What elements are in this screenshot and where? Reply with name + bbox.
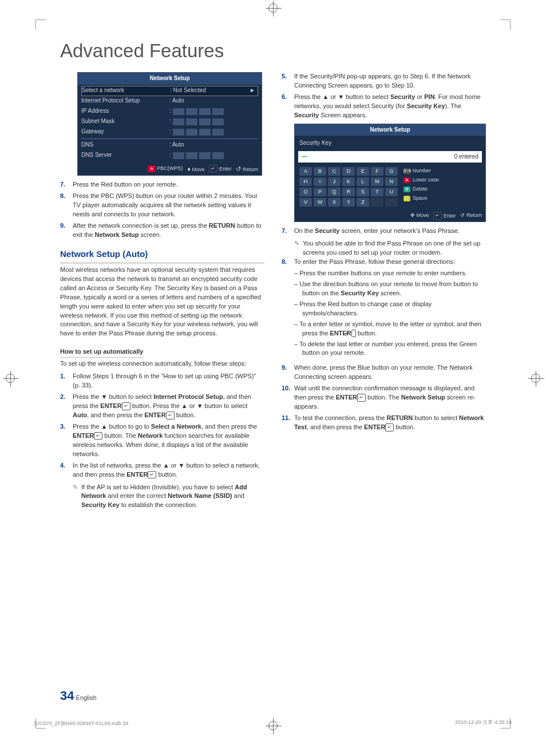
key-m[interactable]: M [371,177,383,186]
direction-item: Press the Red button to change case or d… [294,300,486,318]
ip-address-row[interactable]: IP Address : [81,106,258,117]
onscreen-keyboard: ABCDEFGHIJKLMNOPQRSTUVWXYZ [299,167,398,207]
direction-item: Press the number buttons on your remote … [294,269,486,278]
how-to-setup-auto-subhead: How to set up automatically [60,347,143,358]
dns-server-row[interactable]: DNS Server : [81,151,258,161]
key-z[interactable]: Z [357,198,369,207]
direction-item: To delete the last letter or number you … [294,340,486,358]
enter-icon: ↵ [94,432,102,440]
right-step-list-2: 7.On the Security screen, enter your net… [282,227,486,236]
direction-item: Use the direction buttons on your remote… [294,280,486,298]
key-o[interactable]: O [299,188,312,196]
key-i[interactable]: I [314,177,326,186]
select-network-row[interactable]: Select a network : Not Selected ► [81,86,258,96]
right-arrow-icon: ► [250,86,255,95]
key-k[interactable]: K [342,177,355,186]
opt-lowercase[interactable]: ALower case [403,176,439,184]
footer-timestamp: 2010-12-20 오후 4:35:19 [455,719,512,726]
direction-item: To a enter letter or symbol, move to the… [294,320,486,338]
key-j[interactable]: J [328,177,341,186]
entered-count: 0 entered [454,153,478,161]
key-n[interactable]: N [385,177,398,186]
enter-icon: ↵ [433,212,442,220]
key-e[interactable]: E [357,167,369,176]
key-b[interactable]: B [314,167,326,176]
registration-mark-icon [268,721,278,730]
key-q[interactable]: Q [328,188,341,196]
key-p[interactable]: P [314,188,326,196]
key-y[interactable]: Y [342,198,355,207]
yellow-chip-icon: C [403,196,410,201]
num-chip-icon: 0~9 [403,168,410,174]
enter-icon: ↵ [209,165,217,173]
key-t[interactable]: T [371,188,383,196]
enter-icon: ↵ [357,394,366,402]
network-setup-panel-2: Network Setup Security Key — 0 entered A… [294,124,486,223]
red-chip-icon: A [403,177,410,183]
enter-icon: ↵ [122,402,130,410]
security-key-entry[interactable]: — 0 entered [298,151,482,163]
network-setup-auto-heading: Network Setup (Auto) [60,248,264,263]
panel-footer: ✥ Move ↵ Enter ↺ Return [295,210,485,221]
enter-icon: ↵ [148,471,156,479]
key-r[interactable]: R [342,188,355,196]
key-d[interactable]: D [342,167,355,176]
auto-intro-paragraph: Most wireless networks have an optional … [60,266,264,339]
move-icon: ♦ [187,165,191,172]
panel-title: Network Setup [78,73,262,85]
right-step-list-3: 8. To enter the Pass Phrase, follow thes… [282,258,486,432]
red-a-chip: A [148,165,155,172]
gateway-row[interactable]: Gateway : [81,127,258,137]
enter-icon: ↵ [166,411,175,419]
ip-field[interactable] [173,108,184,115]
green-chip-icon: B [403,187,410,192]
opt-delete[interactable]: BDelete [403,185,439,193]
key-v[interactable]: V [299,198,312,207]
ip-setup-row[interactable]: Internet Protocol Setup : Auto [81,96,258,106]
key-s[interactable]: S [357,188,369,196]
key-w[interactable]: W [314,198,326,207]
auto-step-list: 1.Follow Steps 1 through 6 in the "How t… [60,372,264,479]
enter-icon: ↵ [385,423,394,432]
key-u[interactable]: U [385,188,398,196]
move-icon: ✥ [410,212,415,218]
enter-icon: ↵ [351,330,356,338]
key-x[interactable]: X [328,198,341,207]
subnet-row[interactable]: Subnet Mask : [81,117,258,127]
opt-space[interactable]: CSpace [403,195,439,202]
left-step-list-continued: 7.Press the Red button on your remote. 8… [60,180,264,240]
panel-footer: A PBC(WPS) ♦ Move ↵ Enter ↺ Return [78,163,262,176]
note-icon: ✎ [73,483,78,510]
return-icon: ↺ [460,212,465,218]
keyboard-side-options: 0~9Number ALower case BDelete CSpace [403,167,439,207]
cursor-icon: — [302,153,307,161]
dns-row[interactable]: DNS : Auto [81,140,258,151]
pass-phrase-note: ✎ You should be able to find the Pass Ph… [282,239,486,258]
page-number: 34 English [60,688,97,703]
key-l[interactable]: L [357,177,369,186]
left-column: Network Setup Select a network : Not Sel… [60,72,264,510]
key-a[interactable]: A [299,167,312,176]
key-blank[interactable] [371,198,383,207]
key-f[interactable]: F [371,167,383,176]
auto-lead: To set up the wireless connection automa… [60,359,264,369]
opt-number[interactable]: 0~9Number [403,167,439,175]
key-c[interactable]: C [328,167,341,176]
note-icon: ✎ [294,239,299,258]
page-title: Advanced Features [60,40,486,62]
network-setup-panel-1: Network Setup Select a network : Not Sel… [77,72,262,176]
security-key-label: Security Key [295,136,485,148]
return-icon: ↺ [236,165,241,172]
key-h[interactable]: H [299,177,312,186]
key-blank[interactable] [385,198,398,207]
footer-filename: [UC870_ZF]BN68-02849T-01L04.indb 34 [34,721,129,726]
select-network-label: Select a network [82,86,168,95]
select-network-value: : Not Selected [168,86,258,95]
right-step-list: 5.If the Security/PIN pop-up appears, go… [282,72,486,120]
hidden-ap-note: ✎ If the AP is set to Hidden (Invisible)… [60,483,264,510]
right-column: 5.If the Security/PIN pop-up appears, go… [282,72,486,510]
key-g[interactable]: G [385,167,398,176]
panel-title: Network Setup [295,124,485,136]
